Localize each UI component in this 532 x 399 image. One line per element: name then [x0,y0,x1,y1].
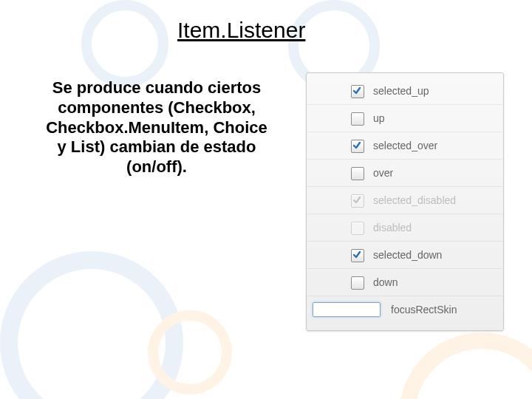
list-item: disabled [307,214,503,242]
checkbox-up[interactable] [351,112,363,124]
check-icon [352,141,361,150]
checkbox-selected-over[interactable] [351,140,363,151]
checkbox-selected-down[interactable] [351,249,363,261]
list-item: selected_over [307,132,503,160]
checkbox-label: up [373,112,385,124]
decorative-circle [81,0,168,87]
checkbox-selected-up[interactable] [351,85,363,97]
checkbox-label: selected_over [373,140,437,151]
slide: Item.Listener Se produce cuando ciertos … [0,0,532,399]
body-text: Se produce cuando ciertos componentes (C… [46,78,267,177]
checkbox-states-panel: selected_up up selected_over over [306,72,504,331]
list-item: selected_disabled [307,187,503,214]
checkbox-label: over [373,167,393,179]
checkbox-label: selected_down [373,249,442,261]
checkbox-label: focusRectSkin [391,304,457,316]
checkbox-down[interactable] [351,276,363,288]
decorative-circle [148,310,232,395]
checkbox-over[interactable] [351,167,363,179]
check-icon [352,250,361,259]
checkbox-disabled [351,222,363,233]
checkbox-label: selected_disabled [373,194,456,206]
list-item: selected_down [307,242,503,269]
check-icon [352,86,361,95]
list-item: focusRectSkin [307,296,503,323]
checkbox-selected-disabled [351,194,363,206]
checkbox-label: down [373,276,398,288]
checkbox-label: disabled [373,222,412,233]
check-icon [352,196,361,205]
list-item: down [307,269,503,296]
page-title: Item.Listener [177,18,305,43]
list-item: selected_up [307,78,503,105]
list-item: up [307,105,503,132]
decorative-circle [399,332,532,399]
focus-rect-skin[interactable] [313,302,381,317]
checkbox-label: selected_up [373,85,429,97]
list-item: over [307,160,503,187]
